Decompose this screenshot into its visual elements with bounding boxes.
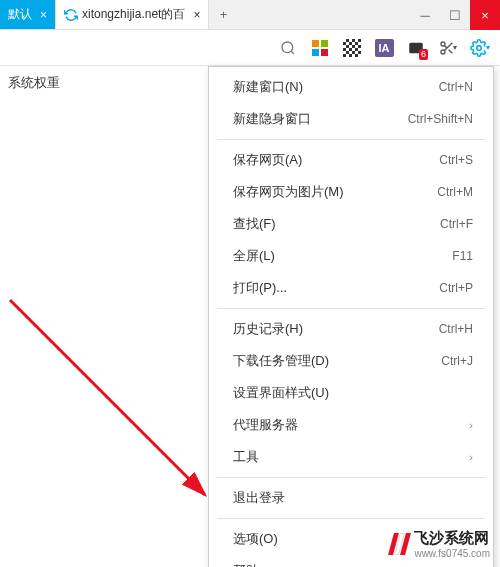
svg-point-4 (441, 50, 445, 54)
chevron-right-icon: › (469, 451, 473, 463)
menu-new-window[interactable]: 新建窗口(N)Ctrl+N (209, 71, 493, 103)
watermark-title: 飞沙系统网 (414, 529, 490, 548)
close-icon[interactable]: × (40, 8, 47, 22)
watermark-logo (391, 533, 408, 555)
menu-separator (217, 518, 485, 519)
ia-icon[interactable]: IA (370, 34, 398, 62)
menu-find[interactable]: 查找(F)Ctrl+F (209, 208, 493, 240)
tab-inactive-label: xitongzhijia.net的百 (82, 6, 185, 23)
apps-icon[interactable] (306, 34, 334, 62)
menu-save-page[interactable]: 保存网页(A)Ctrl+S (209, 144, 493, 176)
notification-icon[interactable]: 6 (402, 34, 430, 62)
tab-active-label: 默认 (8, 6, 32, 23)
svg-line-9 (10, 300, 205, 495)
watermark-url: www.fs0745.com (414, 548, 490, 559)
refresh-icon (64, 8, 78, 22)
svg-line-6 (449, 49, 453, 53)
svg-point-3 (441, 42, 445, 46)
menu-separator (217, 477, 485, 478)
menu-fullscreen[interactable]: 全屏(L)F11 (209, 240, 493, 272)
watermark: 飞沙系统网 www.fs0745.com (391, 529, 490, 559)
chevron-right-icon: › (469, 419, 473, 431)
menu-separator (217, 139, 485, 140)
scissors-icon[interactable]: ▾ (434, 34, 462, 62)
search-icon[interactable] (274, 34, 302, 62)
menu-print[interactable]: 打印(P)...Ctrl+P (209, 272, 493, 304)
menu-history[interactable]: 历史记录(H)Ctrl+H (209, 313, 493, 345)
menu-downloads[interactable]: 下载任务管理(D)Ctrl+J (209, 345, 493, 377)
window-close-button[interactable]: × (470, 0, 500, 30)
menu-new-incognito[interactable]: 新建隐身窗口Ctrl+Shift+N (209, 103, 493, 135)
new-tab-button[interactable]: + (209, 0, 237, 29)
menu-save-image[interactable]: 保存网页为图片(M)Ctrl+M (209, 176, 493, 208)
menu-logout[interactable]: 退出登录 (209, 482, 493, 514)
gear-icon[interactable]: ▾ (466, 34, 494, 62)
svg-point-8 (477, 45, 482, 50)
menu-separator (217, 308, 485, 309)
svg-line-7 (444, 45, 447, 48)
menu-ui-style[interactable]: 设置界面样式(U) (209, 377, 493, 409)
notification-badge: 6 (419, 49, 428, 60)
close-icon[interactable]: × (193, 8, 200, 22)
tab-inactive[interactable]: xitongzhijia.net的百 × (56, 0, 209, 29)
svg-point-0 (282, 42, 293, 53)
menu-tools[interactable]: 工具› (209, 441, 493, 473)
arrow-annotation (0, 290, 230, 520)
tab-active[interactable]: 默认 × (0, 0, 56, 29)
menu-proxy[interactable]: 代理服务器› (209, 409, 493, 441)
maximize-button[interactable]: ☐ (440, 0, 470, 30)
sidebar-text: 系统权重 (8, 74, 60, 92)
dropdown-menu: 新建窗口(N)Ctrl+N 新建隐身窗口Ctrl+Shift+N 保存网页(A)… (208, 66, 494, 567)
minimize-button[interactable]: ─ (410, 0, 440, 30)
svg-line-1 (291, 51, 294, 54)
qrcode-icon[interactable] (338, 34, 366, 62)
